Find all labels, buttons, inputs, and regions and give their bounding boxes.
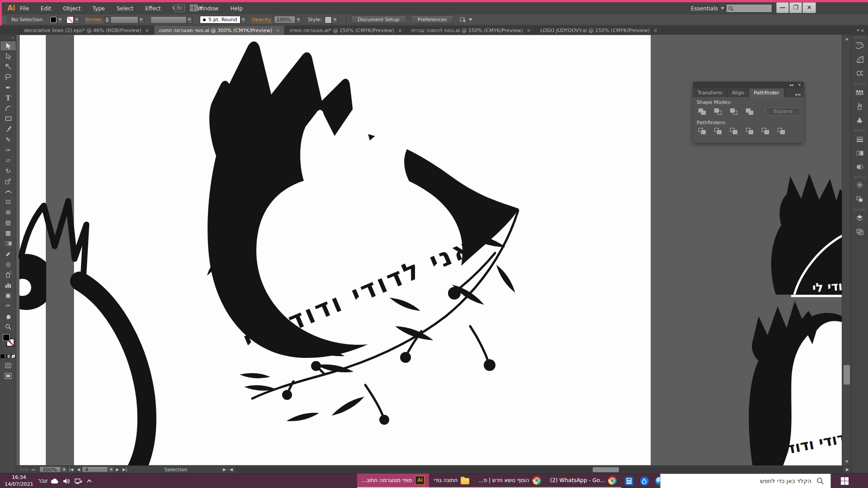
panel-grip[interactable] <box>3 16 6 24</box>
hscroll-right-arrow[interactable]: ▶ <box>846 467 849 472</box>
slice-tool[interactable]: ✂ <box>0 300 16 311</box>
opacity-value[interactable]: 100% <box>274 16 296 23</box>
perspective-grid-tool[interactable]: ▤ <box>0 217 16 228</box>
shape-mode-intersect[interactable] <box>729 108 739 115</box>
panel-menu-icon[interactable]: ▾≡ <box>795 92 801 97</box>
shape-builder-tool[interactable]: ⊞ <box>0 207 16 217</box>
rectangle-tool[interactable] <box>0 113 16 124</box>
sync-settings-icon[interactable]: ↻⚙ <box>20 467 28 473</box>
pathfinder-crop[interactable] <box>745 128 755 135</box>
mesh-tool[interactable]: ▦ <box>0 228 16 238</box>
gradient-button[interactable] <box>6 354 10 358</box>
color-button[interactable] <box>0 354 5 358</box>
preferences-button[interactable]: Preferences <box>411 15 454 24</box>
pathfinder-outline[interactable] <box>761 128 771 135</box>
fill-color-dropdown[interactable] <box>57 16 63 23</box>
arrange-documents-button[interactable] <box>190 5 203 11</box>
pathfinder-tab-align[interactable]: Align <box>727 89 750 97</box>
zoom-level-dropdown[interactable] <box>61 466 67 473</box>
document-setup-button[interactable]: Document Setup <box>351 15 406 24</box>
variable-width-dropdown[interactable] <box>187 16 193 23</box>
pencil-tool[interactable]: ✎ <box>0 134 16 145</box>
last-artboard-button[interactable]: ▶| <box>123 467 127 472</box>
network-icon[interactable] <box>75 478 82 484</box>
dock-grip[interactable] <box>854 82 865 86</box>
panel-menu-icon[interactable]: ≡ <box>856 26 864 35</box>
artboards-panel[interactable] <box>851 225 868 239</box>
blend-tool[interactable]: ◎ <box>0 259 16 269</box>
brushes-panel[interactable] <box>851 100 868 114</box>
stroke-panel[interactable] <box>851 132 868 146</box>
dock-grip[interactable] <box>854 208 865 211</box>
horizontal-scrollbar[interactable] <box>236 467 843 473</box>
taskbar-app-4[interactable]: (2) WhatsApp - Go... <box>546 474 622 488</box>
maximize-button[interactable]: ❐ <box>789 2 802 13</box>
dock-grip[interactable] <box>854 175 865 179</box>
pathfinder-merge[interactable] <box>729 128 739 135</box>
menu-item-type[interactable]: Type <box>92 5 105 12</box>
lasso-tool[interactable] <box>0 72 16 82</box>
menu-item-file[interactable]: File <box>20 5 29 12</box>
next-artboard-button[interactable]: ▶ <box>116 467 119 472</box>
eraser-tool[interactable]: ▱ <box>0 155 16 165</box>
document-tab-2[interactable]: סופי מונוגרמה חתונה.ai @ 300% (CMYK/Prev… <box>154 26 285 35</box>
color-panel[interactable] <box>851 39 868 53</box>
fill-color-swatch[interactable] <box>50 16 57 23</box>
brush-dropdown[interactable] <box>241 16 246 23</box>
shape-mode-unite[interactable] <box>698 108 708 115</box>
bridge-button[interactable]: Br <box>174 4 185 12</box>
status-menu-arrow[interactable]: ▶ <box>223 467 226 472</box>
taskbar-app-1[interactable]: סופי מונוגרמה חתונ...Ai <box>357 474 429 488</box>
left-strip-artwork[interactable] <box>16 254 54 310</box>
screen-mode-button[interactable] <box>0 371 16 381</box>
zoom-tool[interactable] <box>0 321 16 332</box>
taskbar-app-2[interactable]: חתונה גודי <box>429 474 474 488</box>
eyedropper-tool[interactable] <box>0 249 16 259</box>
scroll-up-arrow[interactable]: ▲ <box>842 35 851 42</box>
tab-close-icon[interactable]: × <box>653 28 657 33</box>
show-hidden-icons-chevron[interactable] <box>86 479 92 483</box>
collapse-panel-icon[interactable]: ◂◂ <box>789 83 793 87</box>
stroke-color-swatch[interactable] <box>66 16 74 23</box>
document-tab-5[interactable]: LOGO JUDYDOVY.ai @ 150% (CMYK/Preview)× <box>536 26 663 35</box>
arc-tool[interactable] <box>0 103 16 113</box>
artboard-tool[interactable]: ▣ <box>0 290 16 300</box>
layers-panel[interactable] <box>851 211 868 225</box>
gradient-panel[interactable] <box>851 146 868 160</box>
paintbrush-tool[interactable] <box>0 124 16 134</box>
horizontal-scroll-thumb[interactable] <box>593 467 619 472</box>
stroke-weight-stepper[interactable] <box>104 16 110 23</box>
tab-close-icon[interactable]: × <box>145 28 149 33</box>
blob-brush-tool[interactable]: ✑ <box>0 145 16 155</box>
volume-icon[interactable] <box>63 478 71 484</box>
shape-mode-exclude[interactable] <box>745 108 755 115</box>
taskbar-clock[interactable]: 16:34 14/07/2021 <box>3 474 35 488</box>
document-tab-4[interactable]: נוסח להזמנה עברית.ai @ 150% (CMYK/Previe… <box>407 26 536 35</box>
menu-item-effect[interactable]: Effect <box>145 5 161 12</box>
color-guide-panel[interactable] <box>851 53 868 67</box>
dock-grip[interactable] <box>854 36 865 39</box>
scroll-down-arrow[interactable]: ▼ <box>842 458 851 465</box>
onedrive-cloud-icon[interactable] <box>51 478 59 484</box>
pathfinder-tab-pathfinder[interactable]: Pathfinder <box>749 89 784 97</box>
start-button[interactable] <box>834 474 855 488</box>
shape-mode-minus-front[interactable] <box>713 108 723 115</box>
status-display[interactable]: Selection <box>131 467 221 473</box>
scale-tool[interactable] <box>0 176 16 186</box>
drive-app[interactable] <box>637 474 652 488</box>
gradient-tool[interactable] <box>0 238 16 249</box>
document-tab-3[interactable]: מונוגרמה סופית.ai* @ 150% (CMYK/Preview)… <box>285 26 407 35</box>
opacity-label[interactable]: Opacity: <box>252 17 272 23</box>
none-button[interactable] <box>11 354 15 358</box>
transparency-panel[interactable] <box>851 160 868 174</box>
taskbar-search[interactable]: הקלד כאן כדי לחפש <box>660 474 831 488</box>
select-panel[interactable] <box>851 179 868 193</box>
pasteboard-pomegranate-top[interactable]: ודי לי <box>771 174 842 296</box>
menu-item-help[interactable]: Help <box>230 5 242 12</box>
tools-panel-collapse[interactable]: » <box>0 35 16 41</box>
hand-tool[interactable] <box>0 311 16 321</box>
fill-swatch[interactable] <box>2 333 10 342</box>
stroke-weight-value[interactable] <box>110 16 138 23</box>
rotate-tool[interactable]: ↻ <box>0 165 16 176</box>
menu-item-object[interactable]: Object <box>63 5 80 12</box>
